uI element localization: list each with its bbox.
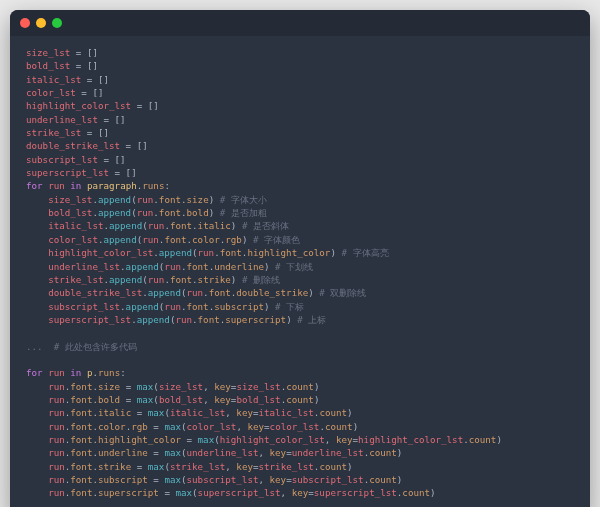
token-punc: ) — [397, 447, 403, 458]
token-fn: max — [137, 381, 154, 392]
token-var: superscript_lst — [48, 314, 131, 325]
token-op — [26, 274, 48, 285]
token-attr: count — [469, 434, 497, 445]
token-var: strike_lst — [26, 127, 81, 138]
minimize-icon[interactable] — [36, 18, 46, 28]
code-line[interactable] — [26, 353, 574, 366]
token-attr: color — [98, 421, 126, 432]
code-line[interactable]: for run in paragraph.runs: — [26, 179, 574, 192]
code-line[interactable]: ... # 此处包含许多代码 — [26, 340, 574, 353]
token-var: underline_lst — [187, 447, 259, 458]
code-line[interactable]: double_strike_lst.append(run.font.double… — [26, 286, 574, 299]
token-cmt: ... # 此处包含许多代码 — [26, 341, 137, 352]
close-icon[interactable] — [20, 18, 30, 28]
token-var: size_lst — [48, 194, 92, 205]
token-attr: font — [70, 434, 92, 445]
token-punc: [] — [115, 114, 126, 125]
token-attr: font — [70, 381, 92, 392]
code-line[interactable]: superscript_lst = [] — [26, 166, 574, 179]
token-op — [26, 261, 48, 272]
token-var: underline_lst — [26, 114, 98, 125]
code-line[interactable]: run.font.strike = max(strike_lst, key=st… — [26, 460, 574, 473]
token-punc: ) — [347, 407, 353, 418]
token-var: italic_lst — [26, 74, 81, 85]
token-attr: font — [164, 234, 186, 245]
code-line[interactable]: run.font.italic = max(italic_lst, key=it… — [26, 406, 574, 419]
token-punc: [] — [92, 87, 103, 98]
token-var: italic_lst — [170, 407, 225, 418]
code-area[interactable]: size_lst = []bold_lst = []italic_lst = [… — [10, 36, 590, 507]
code-line[interactable]: run.font.bold = max(bold_lst, key=bold_l… — [26, 393, 574, 406]
code-line[interactable]: subscript_lst = [] — [26, 153, 574, 166]
token-punc: [] — [126, 167, 137, 178]
token-attr: font — [187, 261, 209, 272]
token-punc: , — [203, 394, 214, 405]
token-attr: size — [98, 381, 120, 392]
code-line[interactable]: color_lst.append(run.font.color.rgb) # 字… — [26, 233, 574, 246]
token-attr: count — [286, 394, 314, 405]
token-fn: max — [164, 474, 181, 485]
token-fn: append — [109, 274, 142, 285]
code-line[interactable] — [26, 326, 574, 339]
token-var: bold_lst — [48, 207, 92, 218]
code-line[interactable]: strike_lst = [] — [26, 126, 574, 139]
token-op: = — [76, 87, 93, 98]
code-line[interactable]: double_strike_lst = [] — [26, 139, 574, 152]
token-var: run — [186, 287, 203, 298]
code-line[interactable]: subscript_lst.append(run.font.subscript)… — [26, 300, 574, 313]
code-line[interactable]: bold_lst.append(run.font.bold) # 是否加粗 — [26, 206, 574, 219]
token-op: = — [70, 47, 87, 58]
code-line[interactable]: underline_lst = [] — [26, 113, 574, 126]
token-var: double_strike_lst — [48, 287, 142, 298]
token-attr: highlight_color — [98, 434, 181, 445]
token-var: run — [137, 194, 154, 205]
token-fn: max — [175, 487, 192, 498]
token-op: = — [120, 140, 137, 151]
token-var: underline_lst — [292, 447, 364, 458]
token-punc: ) — [314, 394, 320, 405]
code-line[interactable]: for run in p.runs: — [26, 366, 574, 379]
token-punc: [] — [87, 47, 98, 58]
code-line[interactable]: italic_lst = [] — [26, 73, 574, 86]
token-op: = — [81, 127, 98, 138]
token-var: run — [142, 234, 159, 245]
token-punc: , — [225, 407, 236, 418]
token-attr: key — [236, 407, 253, 418]
code-line[interactable]: run.font.size = max(size_lst, key=size_l… — [26, 380, 574, 393]
token-attr: count — [319, 407, 347, 418]
code-line[interactable]: run.font.superscript = max(superscript_l… — [26, 486, 574, 499]
token-op — [26, 194, 48, 205]
code-line[interactable]: highlight_color_lst.append(run.font.high… — [26, 246, 574, 259]
code-line[interactable]: run.font.color.rgb = max(color_lst, key=… — [26, 420, 574, 433]
code-line[interactable]: superscript_lst.append(run.font.superscr… — [26, 313, 574, 326]
token-punc: [] — [98, 74, 109, 85]
token-attr: key — [214, 394, 231, 405]
token-attr: double_strike — [236, 287, 308, 298]
token-punc: ) — [397, 474, 403, 485]
token-fn: max — [148, 407, 165, 418]
code-line[interactable]: size_lst.append(run.font.size) # 字体大小 — [26, 193, 574, 206]
token-attr: subscript — [214, 301, 264, 312]
token-attr: italic — [98, 407, 131, 418]
code-line[interactable]: color_lst = [] — [26, 86, 574, 99]
code-line[interactable]: underline_lst.append(run.font.underline)… — [26, 260, 574, 273]
code-line[interactable]: run.font.underline = max(underline_lst, … — [26, 446, 574, 459]
code-line[interactable]: bold_lst = [] — [26, 59, 574, 72]
token-attr: count — [286, 381, 314, 392]
code-line[interactable]: italic_lst.append(run.font.italic) # 是否斜… — [26, 219, 574, 232]
code-line[interactable]: run.font.highlight_color = max(highlight… — [26, 433, 574, 446]
token-punc: ) — [430, 487, 436, 498]
code-line[interactable]: size_lst = [] — [26, 46, 574, 59]
token-op: = — [98, 154, 115, 165]
token-cmt: # 上标 — [297, 314, 326, 325]
token-var: highlight_color_lst — [220, 434, 325, 445]
token-var: color_lst — [48, 234, 98, 245]
token-attr: underline — [98, 447, 148, 458]
maximize-icon[interactable] — [52, 18, 62, 28]
code-line[interactable]: highlight_color_lst = [] — [26, 99, 574, 112]
code-line[interactable]: run.font.subscript = max(subscript_lst, … — [26, 473, 574, 486]
code-line[interactable]: strike_lst.append(run.font.strike) # 删除线 — [26, 273, 574, 286]
token-op: = — [181, 434, 198, 445]
token-var: run — [48, 381, 65, 392]
token-op — [26, 461, 48, 472]
